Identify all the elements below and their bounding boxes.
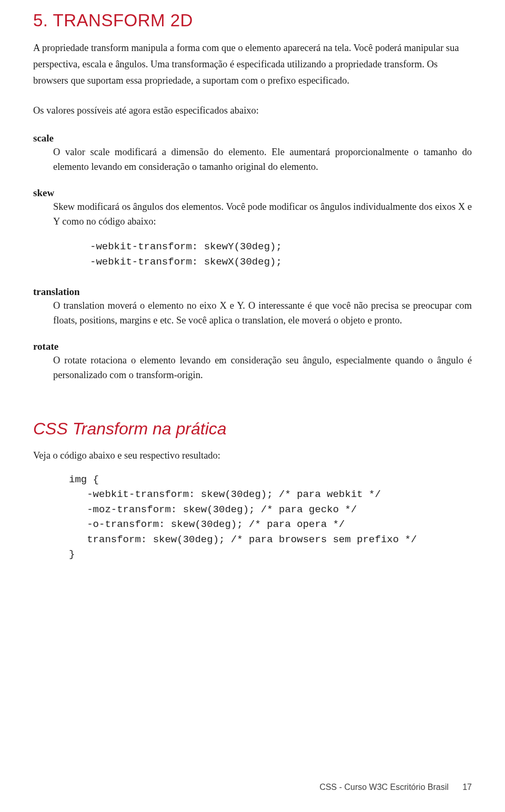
definition-scale: scale O valor scale modificará a dimensã… <box>33 133 472 175</box>
definition-translation: translation O translation moverá o eleme… <box>33 286 472 328</box>
page-number: 17 <box>462 783 472 791</box>
term-rotate: rotate <box>33 341 472 352</box>
footer-text: CSS - Curso W3C Escritório Brasil <box>319 783 448 791</box>
term-translation: translation <box>33 286 472 298</box>
section-title: CSS Transform na prática <box>33 419 472 439</box>
sub-intro-paragraph: Os valores possíveis até agora estão esp… <box>33 103 472 119</box>
definition-rotate: rotate O rotate rotaciona o elemento lev… <box>33 341 472 383</box>
intro-paragraph: A propriedade transform manipula a forma… <box>33 40 472 89</box>
page-footer: CSS - Curso W3C Escritório Brasil 17 <box>319 783 472 792</box>
code-skew: -webkit-transform: skewY(30deg); -webkit… <box>33 239 472 269</box>
section-intro: Veja o código abaixo e seu respectivo re… <box>33 448 472 464</box>
definition-skew: skew Skew modificará os ângulos dos elem… <box>33 187 472 270</box>
term-skew: skew <box>33 187 472 199</box>
term-scale: scale <box>33 133 472 144</box>
code-practice: img { -webkit-transform: skew(30deg); /*… <box>33 472 472 562</box>
page-title: 5. TRANSFORM 2D <box>33 11 472 31</box>
desc-scale: O valor scale modificará a dimensão do e… <box>33 145 472 175</box>
desc-rotate: O rotate rotaciona o elemento levando em… <box>33 353 472 383</box>
desc-skew: Skew modificará os ângulos dos elementos… <box>33 200 472 229</box>
desc-translation: O translation moverá o elemento no eixo … <box>33 299 472 328</box>
